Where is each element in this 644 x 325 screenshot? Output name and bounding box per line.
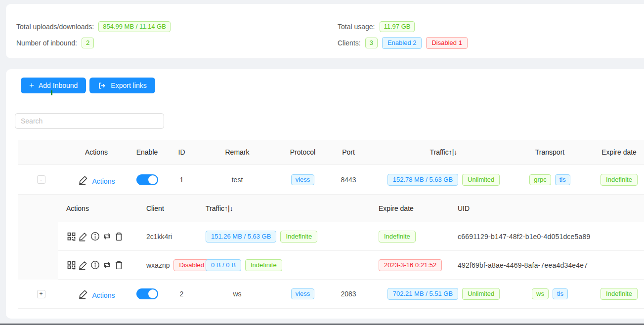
inbounds-table-header: Actions Enable ID Remark Protocol Port T… <box>18 140 644 165</box>
clients-enabled-badge: Enabled 2 <box>382 37 422 49</box>
col-header-port: Port <box>329 148 368 156</box>
total-usage-badge: 11.97 GB <box>380 21 415 32</box>
edit-icon <box>78 174 89 185</box>
inbound-port: 2083 <box>329 290 368 298</box>
clients-table: Actions Client Traffic↑|↓ Expire date UI… <box>58 195 644 280</box>
inbound-count-label: Number of inbound: <box>16 39 77 47</box>
expire-badge: Indefinite <box>601 174 638 186</box>
delete-client-icon[interactable] <box>114 260 125 271</box>
client-traffic-limit-badge: Indefinite <box>280 231 317 243</box>
inbound-actions-label: Actions <box>92 177 115 185</box>
inbounds-card: + Add Inbound Export links Actions Enabl… <box>6 69 644 319</box>
client-traffic-limit-badge: Indefinite <box>245 259 282 271</box>
tls-badge: tls <box>555 174 570 185</box>
reset-traffic-icon[interactable] <box>102 231 113 242</box>
stat-total-usage: Total usage: 11.97 GB <box>338 21 468 33</box>
collapse-row-button[interactable]: - <box>37 175 45 184</box>
traffic-badge: 702.21 MB / 5.51 GB <box>387 288 458 300</box>
client-uid: c6691129-b147-48f2-b1e0-4d051dce5a89 <box>458 233 591 241</box>
qr-code-icon[interactable] <box>66 231 77 242</box>
traffic-limit-badge: Unlimited <box>462 288 500 300</box>
expire-badge: Indefinite <box>601 288 638 300</box>
col-header-id: ID <box>166 148 198 156</box>
toolbar-divider <box>6 100 644 100</box>
col-header-traffic-sortable[interactable]: Traffic↑|↓ <box>368 148 519 156</box>
plus-icon: + <box>29 81 34 89</box>
stats-left-column: Total uploads/downloads: 854.99 MB / 11.… <box>16 21 171 53</box>
stats-card: Total uploads/downloads: 854.99 MB / 11.… <box>6 4 644 58</box>
col-header-remark: Remark <box>198 148 277 156</box>
client-name: 2c1kk4ri <box>138 233 198 241</box>
search-input[interactable] <box>15 113 164 129</box>
inbound-actions-label: Actions <box>92 291 115 299</box>
delete-client-icon[interactable] <box>114 231 125 242</box>
col-header-expire-date: Expire date <box>581 148 644 156</box>
col-header-transport: Transport <box>519 148 581 156</box>
qr-code-icon[interactable] <box>66 260 77 271</box>
client-uid: 492f69bf-a8ae-4469-8afa-7eea4d34e4e7 <box>458 261 588 269</box>
traffic-limit-badge: Unlimited <box>462 174 500 186</box>
info-icon[interactable] <box>90 231 101 242</box>
toolbar: + Add Inbound Export links <box>21 78 155 93</box>
export-links-button[interactable]: Export links <box>89 78 155 93</box>
client-traffic-badge: 0 B / 0 B <box>206 259 241 271</box>
stat-clients: Clients: 3 Enabled 2 Disabled 1 <box>338 37 468 49</box>
inbound-remark: ws <box>198 290 277 298</box>
uploads-downloads-badge: 854.99 MB / 11.14 GB <box>98 21 171 32</box>
add-inbound-label: Add Inbound <box>39 81 78 89</box>
transport-badge: ws <box>532 288 549 299</box>
inbound-id: 1 <box>166 176 198 184</box>
client-col-uid: UID <box>450 204 644 212</box>
clients-label: Clients: <box>338 39 361 47</box>
reset-traffic-icon[interactable] <box>102 260 113 271</box>
clients-disabled-badge: Disabled 1 <box>426 37 467 49</box>
enable-toggle[interactable] <box>136 174 158 185</box>
client-expire-badge: 2023-3-16 0:21:52 <box>379 259 442 271</box>
inbound-count-badge: 2 <box>82 38 94 48</box>
stat-number-of-inbound: Number of inbound: 2 <box>16 37 171 49</box>
expand-row-button[interactable]: + <box>37 290 45 298</box>
edit-client-icon[interactable] <box>78 260 89 271</box>
info-icon[interactable] <box>90 260 101 271</box>
edit-client-icon[interactable] <box>78 231 89 242</box>
tls-badge: tls <box>553 288 568 299</box>
inbound-actions-menu[interactable]: Actions <box>78 288 115 299</box>
stat-total-uploads-downloads: Total uploads/downloads: 854.99 MB / 11.… <box>16 21 171 33</box>
protocol-badge: vless <box>291 288 315 299</box>
client-name: wxaznp <box>146 261 170 269</box>
clients-table-header: Actions Client Traffic↑|↓ Expire date UI… <box>58 195 644 222</box>
col-header-actions: Actions <box>64 148 129 156</box>
clients-count-badge: 3 <box>365 38 378 48</box>
inbounds-table: Actions Enable ID Remark Protocol Port T… <box>18 140 644 309</box>
inbound-row-2: + Actions 2 ws vless 2083 702.21 MB / 5.… <box>18 280 644 309</box>
client-col-client: Client <box>138 204 198 212</box>
client-expire-badge: Indefinite <box>379 231 416 243</box>
green-caret-mark <box>51 90 52 95</box>
traffic-badge: 152.78 MB / 5.63 GB <box>387 174 458 186</box>
col-header-protocol: Protocol <box>277 148 329 156</box>
export-icon <box>98 81 106 90</box>
client-col-expire: Expire date <box>371 204 450 212</box>
total-usage-label: Total usage: <box>338 23 375 31</box>
expanded-clients-section: Actions Client Traffic↑|↓ Expire date UI… <box>18 195 644 280</box>
client-col-actions: Actions <box>58 204 138 212</box>
uploads-downloads-label: Total uploads/downloads: <box>16 23 94 31</box>
col-header-enable: Enable <box>129 148 166 156</box>
stats-right-column: Total usage: 11.97 GB Clients: 3 Enabled… <box>338 21 468 53</box>
client-col-traffic-sortable[interactable]: Traffic↑|↓ <box>198 204 371 212</box>
client-row-2: wxaznp Disabled 0 B / 0 B Indefinite 202… <box>58 251 644 280</box>
client-traffic-badge: 151.26 MB / 5.63 GB <box>206 231 276 243</box>
inbound-remark: test <box>198 176 277 184</box>
inbound-actions-menu[interactable]: Actions <box>78 174 115 185</box>
client-row-1: 2c1kk4ri 151.26 MB / 5.63 GB Indefinite … <box>58 222 644 251</box>
add-inbound-button[interactable]: + Add Inbound <box>21 78 86 93</box>
inbound-id: 2 <box>166 290 198 298</box>
enable-toggle[interactable] <box>136 288 158 299</box>
export-links-label: Export links <box>111 81 146 89</box>
transport-badge: grpc <box>529 174 551 185</box>
protocol-badge: vless <box>291 174 315 185</box>
inbound-row-1: - Actions 1 test vless 8443 152.78 MB / … <box>18 165 644 195</box>
inbound-port: 8443 <box>329 176 368 184</box>
edit-icon <box>78 288 89 299</box>
